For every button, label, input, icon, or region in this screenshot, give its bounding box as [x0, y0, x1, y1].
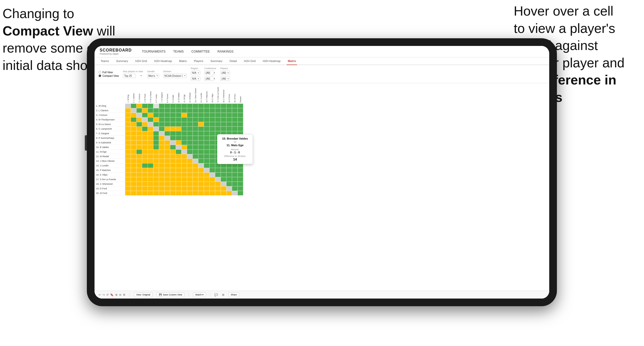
- matrix-cell[interactable]: [187, 131, 193, 136]
- matrix-cell[interactable]: [181, 122, 187, 127]
- matrix-cell[interactable]: [170, 140, 176, 145]
- matrix-cell[interactable]: [153, 163, 159, 168]
- matrix-cell[interactable]: [159, 104, 165, 108]
- matrix-cell[interactable]: [198, 145, 204, 150]
- matrix-cell[interactable]: [170, 113, 176, 117]
- matrix-cell[interactable]: [125, 177, 131, 182]
- matrix-cell[interactable]: [204, 117, 209, 122]
- matrix-cell[interactable]: [193, 145, 198, 150]
- matrix-cell[interactable]: [215, 177, 221, 182]
- matrix-cell[interactable]: [181, 177, 187, 182]
- matrix-cell[interactable]: [148, 150, 153, 154]
- matrix-cell[interactable]: [181, 140, 187, 145]
- matrix-cell[interactable]: [187, 122, 193, 127]
- matrix-cell[interactable]: [209, 150, 215, 154]
- matrix-cell[interactable]: [136, 168, 142, 172]
- matrix-cell[interactable]: [193, 108, 198, 113]
- matrix-cell[interactable]: [204, 136, 209, 140]
- matrix-cell[interactable]: [204, 140, 209, 145]
- matrix-cell[interactable]: [142, 140, 148, 145]
- matrix-cell[interactable]: [238, 168, 243, 172]
- tab-summary[interactable]: Summary: [115, 57, 129, 65]
- matrix-cell[interactable]: [159, 145, 165, 150]
- matrix-cell[interactable]: [148, 131, 153, 136]
- matrix-cell[interactable]: [176, 163, 181, 168]
- matrix-cell[interactable]: [176, 117, 181, 122]
- gender-select-wrap[interactable]: Men's: [147, 73, 159, 78]
- matrix-cell[interactable]: [209, 140, 215, 145]
- division-select-wrap[interactable]: NCAA Division I: [163, 73, 187, 78]
- matrix-cell[interactable]: [238, 127, 243, 131]
- players-select2-wrap[interactable]: (All): [220, 76, 230, 81]
- conference-select[interactable]: (All): [204, 71, 214, 75]
- matrix-cell[interactable]: [176, 104, 181, 108]
- matrix-cell[interactable]: [165, 140, 170, 145]
- matrix-cell[interactable]: [142, 163, 148, 168]
- matrix-cell[interactable]: [204, 191, 209, 195]
- settings-icon[interactable]: ⚙: [123, 293, 125, 296]
- matrix-cell[interactable]: [176, 136, 181, 140]
- matrix-cell[interactable]: [209, 154, 215, 159]
- matrix-cell[interactable]: [221, 108, 226, 113]
- matrix-cell[interactable]: [153, 127, 159, 131]
- matrix-cell[interactable]: [148, 186, 153, 191]
- matrix-cell[interactable]: [165, 177, 170, 182]
- matrix-cell[interactable]: [153, 136, 159, 140]
- matrix-cell[interactable]: [170, 191, 176, 195]
- matrix-cell[interactable]: [193, 104, 198, 108]
- matrix-cell[interactable]: [232, 168, 238, 172]
- region-select2-wrap[interactable]: N/A: [191, 76, 200, 81]
- matrix-cell[interactable]: [170, 117, 176, 122]
- matrix-cell[interactable]: [136, 154, 142, 159]
- matrix-cell[interactable]: [209, 163, 215, 168]
- matrix-cell[interactable]: [159, 122, 165, 127]
- matrix-cell[interactable]: [193, 177, 198, 182]
- matrix-cell[interactable]: [193, 191, 198, 195]
- matrix-cell[interactable]: [131, 108, 136, 113]
- matrix-cell[interactable]: [153, 122, 159, 127]
- matrix-cell[interactable]: [170, 172, 176, 177]
- matrix-cell[interactable]: [198, 182, 204, 186]
- matrix-cell[interactable]: [176, 186, 181, 191]
- matrix-cell[interactable]: [187, 136, 193, 140]
- matrix-cell[interactable]: [165, 150, 170, 154]
- matrix-cell[interactable]: [165, 104, 170, 108]
- matrix-cell[interactable]: [187, 168, 193, 172]
- matrix-cell[interactable]: [148, 159, 153, 163]
- matrix-cell[interactable]: [125, 136, 131, 140]
- matrix-cell[interactable]: [153, 177, 159, 182]
- matrix-cell[interactable]: [193, 150, 198, 154]
- nav-rankings[interactable]: RANKINGS: [217, 49, 233, 54]
- matrix-cell[interactable]: [159, 191, 165, 195]
- matrix-cell[interactable]: [125, 159, 131, 163]
- tab-h2h-grid[interactable]: H2H Grid: [134, 57, 148, 65]
- matrix-cell[interactable]: [170, 145, 176, 150]
- matrix-cell[interactable]: [209, 182, 215, 186]
- matrix-cell[interactable]: [232, 172, 238, 177]
- matrix-cell[interactable]: [181, 154, 187, 159]
- matrix-cell[interactable]: [232, 127, 238, 131]
- matrix-cell[interactable]: [153, 159, 159, 163]
- matrix-cell[interactable]: [238, 177, 243, 182]
- matrix-cell[interactable]: [131, 104, 136, 108]
- plus-icon[interactable]: ⊕: [115, 293, 118, 296]
- players-select[interactable]: (All): [220, 71, 230, 75]
- conference-select-wrap[interactable]: (All): [204, 70, 216, 75]
- matrix-cell[interactable]: [204, 159, 209, 163]
- matrix-cell[interactable]: [181, 168, 187, 172]
- matrix-cell[interactable]: [176, 150, 181, 154]
- matrix-cell[interactable]: [159, 168, 165, 172]
- matrix-cell[interactable]: [221, 172, 226, 177]
- matrix-cell[interactable]: [125, 122, 131, 127]
- matrix-cell[interactable]: [142, 168, 148, 172]
- bookmark-icon[interactable]: 🔖: [110, 293, 114, 296]
- matrix-cell[interactable]: [187, 177, 193, 182]
- matrix-cell[interactable]: [198, 177, 204, 182]
- matrix-cell[interactable]: [159, 140, 165, 145]
- matrix-cell[interactable]: [136, 163, 142, 168]
- matrix-cell[interactable]: [159, 108, 165, 113]
- matrix-cell[interactable]: [232, 191, 238, 195]
- matrix-cell[interactable]: [221, 182, 226, 186]
- matrix-cell[interactable]: [148, 140, 153, 145]
- matrix-cell[interactable]: [125, 131, 131, 136]
